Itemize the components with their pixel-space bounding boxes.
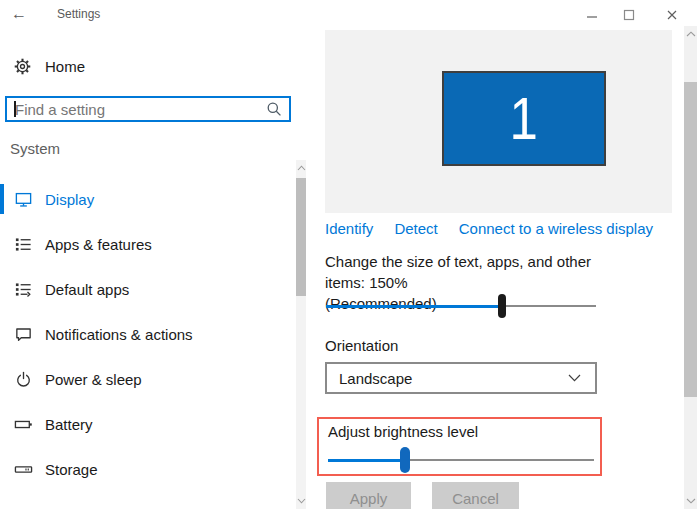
search-input[interactable] bbox=[15, 98, 245, 120]
apps-features-icon bbox=[13, 235, 33, 254]
chevron-down-icon bbox=[568, 374, 581, 382]
settings-window: ← Settings Home bbox=[0, 0, 697, 509]
sidebar-item-display[interactable]: Display bbox=[0, 184, 290, 214]
orientation-selected-value: Landscape bbox=[339, 370, 412, 387]
apply-button[interactable]: Apply bbox=[326, 482, 411, 509]
sidebar-scrollbar[interactable] bbox=[296, 160, 306, 509]
monitor-preview[interactable]: 1 bbox=[442, 71, 606, 166]
selected-indicator bbox=[0, 184, 4, 214]
back-button[interactable]: ← bbox=[11, 3, 27, 25]
sidebar-item-power-sleep[interactable]: Power & sleep bbox=[0, 364, 290, 394]
scroll-down-icon[interactable] bbox=[296, 495, 306, 507]
sidebar-scrollbar-thumb[interactable] bbox=[296, 178, 306, 296]
scaling-slider-thumb[interactable] bbox=[498, 294, 506, 318]
detect-link[interactable]: Detect bbox=[394, 220, 437, 237]
battery-icon bbox=[13, 415, 33, 434]
brightness-slider[interactable] bbox=[328, 447, 594, 473]
window-scrollbar[interactable] bbox=[684, 26, 697, 509]
search-box[interactable] bbox=[5, 96, 291, 122]
orientation-label: Orientation bbox=[325, 337, 398, 354]
display-links: Identify Detect Connect to a wireless di… bbox=[325, 220, 653, 237]
sidebar-section-label: System bbox=[10, 140, 60, 157]
display-preview-area: 1 bbox=[325, 30, 672, 213]
sidebar-item-notifications[interactable]: Notifications & actions bbox=[0, 319, 290, 349]
maximize-button[interactable] bbox=[615, 5, 643, 25]
window-title: Settings bbox=[57, 7, 100, 21]
scroll-up-icon[interactable] bbox=[684, 28, 697, 40]
monitor-number: 1 bbox=[510, 89, 538, 149]
brightness-slider-thumb[interactable] bbox=[400, 447, 410, 473]
storage-icon bbox=[13, 460, 33, 479]
cancel-button[interactable]: Cancel bbox=[432, 482, 519, 509]
close-button[interactable] bbox=[658, 5, 686, 25]
connect-wireless-display-link[interactable]: Connect to a wireless display bbox=[459, 220, 653, 237]
identify-link[interactable]: Identify bbox=[325, 220, 373, 237]
minimize-icon bbox=[586, 9, 598, 21]
sidebar-home-label: Home bbox=[45, 58, 85, 75]
gear-icon bbox=[13, 57, 33, 76]
sidebar-item-battery[interactable]: Battery bbox=[0, 409, 290, 439]
orientation-dropdown[interactable]: Landscape bbox=[325, 362, 597, 394]
sidebar-item-apps-features[interactable]: Apps & features bbox=[0, 229, 290, 259]
close-icon bbox=[666, 9, 678, 21]
power-icon bbox=[13, 370, 33, 389]
maximize-icon bbox=[623, 9, 635, 21]
scaling-slider[interactable] bbox=[326, 293, 596, 319]
sidebar-item-storage[interactable]: Storage bbox=[0, 454, 290, 484]
scroll-down-icon[interactable] bbox=[684, 495, 697, 507]
sidebar-item-default-apps[interactable]: Default apps bbox=[0, 274, 290, 304]
sidebar-item-home[interactable]: Home bbox=[0, 51, 290, 81]
minimize-button[interactable] bbox=[578, 5, 606, 25]
text-caret bbox=[14, 101, 16, 117]
search-icon[interactable] bbox=[266, 101, 282, 117]
scroll-up-icon[interactable] bbox=[296, 162, 306, 174]
window-scrollbar-thumb[interactable] bbox=[684, 82, 697, 397]
default-apps-icon bbox=[13, 280, 33, 299]
brightness-label: Adjust brightness level bbox=[328, 423, 478, 440]
display-icon bbox=[13, 190, 33, 209]
notifications-icon bbox=[13, 325, 33, 344]
